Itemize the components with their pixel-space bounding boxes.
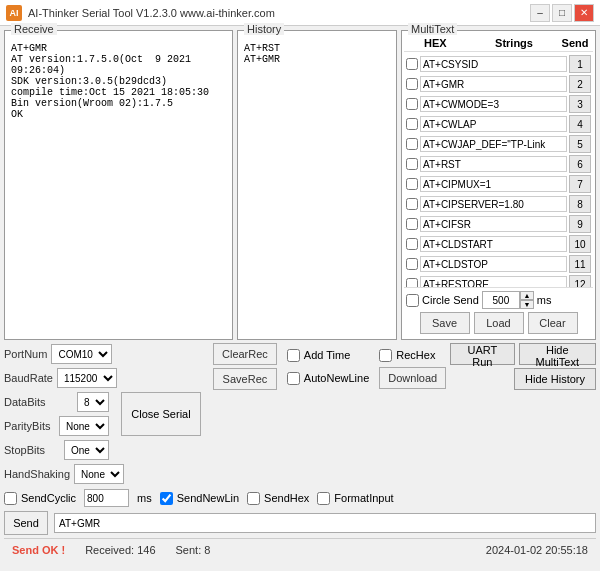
stopbits-select[interactable]: One — [64, 440, 109, 460]
receive-label: Receive — [11, 23, 57, 35]
mt-row-input-3[interactable] — [420, 116, 567, 132]
hide-multitext-button[interactable]: Hide MultiText — [519, 343, 596, 365]
load-button[interactable]: Load — [474, 312, 524, 334]
mt-row-send-btn-10[interactable]: 11 — [569, 255, 591, 273]
mt-row-checkbox-11[interactable] — [406, 278, 418, 287]
mt-row-checkbox-9[interactable] — [406, 238, 418, 250]
mt-row-send-btn-5[interactable]: 6 — [569, 155, 591, 173]
maximize-button[interactable]: □ — [552, 4, 572, 22]
download-row: Download — [379, 368, 446, 388]
receive-textarea[interactable] — [9, 41, 228, 335]
mt-row-checkbox-0[interactable] — [406, 58, 418, 70]
mt-row-input-5[interactable] — [420, 156, 567, 172]
mt-row-input-6[interactable] — [420, 176, 567, 192]
multitext-panel: MultiText HEX Strings Send 1234567891011… — [401, 30, 596, 340]
mt-row-checkbox-5[interactable] — [406, 158, 418, 170]
mt-row-checkbox-10[interactable] — [406, 258, 418, 270]
rec-hex-checkbox[interactable] — [379, 349, 392, 362]
hide-history-button[interactable]: Hide History — [514, 368, 596, 390]
portnum-select[interactable]: COM10 — [51, 344, 112, 364]
auto-newline-checkbox[interactable] — [287, 372, 300, 385]
mt-row-input-10[interactable] — [420, 256, 567, 272]
mt-circle-row: Circle Send ▲ ▼ ms — [406, 291, 591, 309]
top-panels: Receive History MultiText HEX Strings Se… — [4, 30, 596, 340]
mt-row-input-4[interactable] — [420, 136, 567, 152]
mt-row-1: 2 — [404, 74, 593, 94]
circle-send-label: Circle Send — [422, 294, 479, 306]
minimize-button[interactable]: – — [530, 4, 550, 22]
add-time-checkbox[interactable] — [287, 349, 300, 362]
mt-row-checkbox-1[interactable] — [406, 78, 418, 90]
clear-button[interactable]: Clear — [528, 312, 578, 334]
send-hex-checkbox[interactable] — [247, 492, 260, 505]
portnum-row: PortNum COM10 — [4, 343, 109, 365]
save-rec-button[interactable]: SaveRec — [213, 368, 277, 390]
title-text: AI-Thinker Serial Tool V1.2.3.0 www.ai-t… — [28, 7, 275, 19]
ms-value-input[interactable] — [84, 489, 129, 507]
mt-row-input-7[interactable] — [420, 196, 567, 212]
center-controls: ClearRec SaveRec Add Time AutoNewLine — [213, 343, 446, 485]
receive-panel: Receive — [4, 30, 233, 340]
mt-row-send-btn-7[interactable]: 8 — [569, 195, 591, 213]
baudrate-select[interactable]: 115200 — [57, 368, 117, 388]
databits-select[interactable]: 8 — [77, 392, 109, 412]
close-serial-button[interactable]: Close Serial — [121, 392, 201, 436]
circle-send-input[interactable] — [482, 291, 520, 309]
mt-row-send-btn-3[interactable]: 4 — [569, 115, 591, 133]
format-input-row: FormatInput — [317, 488, 393, 508]
title-bar: AI AI-Thinker Serial Tool V1.2.3.0 www.a… — [0, 0, 600, 26]
send-cyclic-row: SendCyclic — [4, 488, 76, 508]
mt-row-send-btn-8[interactable]: 9 — [569, 215, 591, 233]
spinbox-down[interactable]: ▼ — [520, 300, 534, 309]
mt-row-send-btn-1[interactable]: 2 — [569, 75, 591, 93]
mt-row-checkbox-2[interactable] — [406, 98, 418, 110]
paritybits-label: ParityBits — [4, 420, 55, 432]
send-newlin-checkbox[interactable] — [160, 492, 173, 505]
auto-newline-row: AutoNewLine — [287, 368, 369, 388]
center-top: ClearRec SaveRec Add Time AutoNewLine — [213, 343, 446, 390]
middle-row: PortNum COM10 BaudRate 115200 DataBits 8… — [4, 343, 596, 485]
mt-row-input-1[interactable] — [420, 76, 567, 92]
mt-row-send-btn-2[interactable]: 3 — [569, 95, 591, 113]
history-textarea[interactable] — [242, 41, 392, 335]
format-input-checkbox[interactable] — [317, 492, 330, 505]
mt-row-input-0[interactable] — [420, 56, 567, 72]
clear-rec-button[interactable]: ClearRec — [213, 343, 277, 365]
download-button[interactable]: Download — [379, 367, 446, 389]
mt-row-send-btn-4[interactable]: 5 — [569, 135, 591, 153]
mt-row-input-2[interactable] — [420, 96, 567, 112]
mt-row-input-9[interactable] — [420, 236, 567, 252]
mt-row-checkbox-4[interactable] — [406, 138, 418, 150]
send-cyclic-checkbox[interactable] — [4, 492, 17, 505]
checkbox-group: Add Time AutoNewLine — [287, 345, 369, 388]
send-text-input[interactable] — [54, 513, 596, 533]
send-button[interactable]: Send — [4, 511, 48, 535]
baudrate-row: BaudRate 115200 — [4, 367, 109, 389]
uart-run-button[interactable]: UART Run — [450, 343, 514, 365]
mt-row-send-btn-0[interactable]: 1 — [569, 55, 591, 73]
circle-send-checkbox[interactable] — [406, 294, 419, 307]
mt-row-2: 3 — [404, 94, 593, 114]
uart-row: UART Run Hide MultiText — [450, 343, 596, 365]
history-label: History — [244, 23, 284, 35]
add-time-label: Add Time — [304, 349, 350, 361]
serial-btn-area: Close Serial — [113, 343, 209, 485]
mt-row-checkbox-6[interactable] — [406, 178, 418, 190]
checkbox-group2: RecHex Download — [379, 345, 446, 388]
mt-buttons: Save Load Clear — [406, 312, 591, 334]
mt-row-send-btn-11[interactable]: 12 — [569, 275, 591, 287]
mt-row-checkbox-8[interactable] — [406, 218, 418, 230]
stopbits-row: StopBits One — [4, 439, 109, 461]
close-button[interactable]: ✕ — [574, 4, 594, 22]
mt-row-0: 1 — [404, 54, 593, 74]
mt-row-checkbox-3[interactable] — [406, 118, 418, 130]
paritybits-select[interactable]: None — [59, 416, 109, 436]
mt-row-input-11[interactable] — [420, 276, 567, 287]
save-button[interactable]: Save — [420, 312, 470, 334]
rec-hex-label: RecHex — [396, 349, 435, 361]
mt-row-send-btn-9[interactable]: 10 — [569, 235, 591, 253]
mt-row-send-btn-6[interactable]: 7 — [569, 175, 591, 193]
mt-row-input-8[interactable] — [420, 216, 567, 232]
spinbox-up[interactable]: ▲ — [520, 291, 534, 300]
mt-row-checkbox-7[interactable] — [406, 198, 418, 210]
